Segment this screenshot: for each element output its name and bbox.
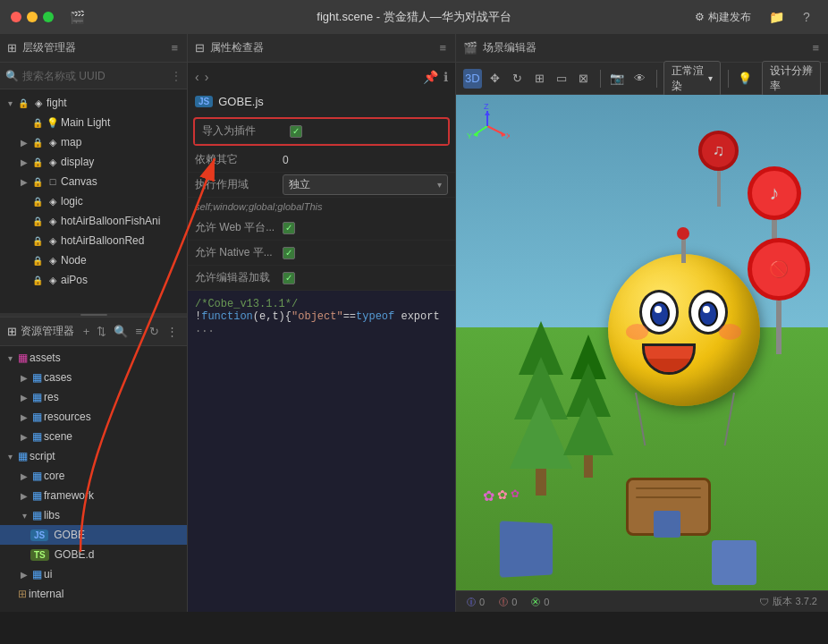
lock-icon: 🔒	[32, 197, 43, 207]
properties-menu-btn[interactable]: ≡	[437, 39, 448, 56]
render-mode-select[interactable]: 正常渲染 ▾	[663, 61, 721, 97]
lock-icon: 🔒	[32, 118, 43, 128]
pin-btn[interactable]: 📌	[423, 70, 438, 84]
asset-item-resources[interactable]: ▶ ▦ resources	[0, 407, 187, 427]
basket	[626, 478, 711, 536]
tree-item-node[interactable]: 🔒 ◈ Node	[0, 250, 187, 270]
lock-icon: 🔒	[18, 98, 29, 108]
asset-title: 资源管理器	[21, 324, 78, 339]
prop-row-native: 允许 Native 平... ✓	[188, 241, 455, 266]
light-icon: 💡	[46, 117, 59, 129]
scale-btn[interactable]: ⊞	[530, 69, 549, 89]
asset-item-gobed[interactable]: TS GOBE.d	[0, 545, 187, 564]
asset-item-internal[interactable]: ⊞ internal	[0, 584, 187, 604]
viewport-toolbar: 3D ✥ ↻ ⊞ ▭ ⊠ 📷 👁 正常渲染 ▾ 💡 设计分辨率	[456, 63, 828, 95]
translate-btn[interactable]: ✥	[486, 69, 504, 89]
rotate-btn[interactable]: ↻	[508, 69, 527, 89]
editor-checkbox[interactable]: ✓	[283, 272, 295, 284]
hierarchy-search-input[interactable]	[22, 70, 167, 82]
scope-select[interactable]: 独立 ▾	[283, 174, 448, 195]
asset-item-gobe[interactable]: JS GOBE	[0, 525, 187, 545]
asset-sort-btn[interactable]: ⇅	[95, 323, 108, 340]
add-asset-btn[interactable]: +	[81, 323, 92, 340]
close-button[interactable]	[11, 12, 21, 22]
folder-button[interactable]: 📁	[765, 6, 787, 28]
properties-panel: ⊟ 属性检查器 ≡ ‹ › 📌 ℹ JS GOBE.js 导入为插件 ✓ 依赖其…	[188, 34, 456, 612]
tree-item-hotairred[interactable]: 🔒 ◈ hotAirBalloonRed	[0, 231, 187, 250]
asset-list-btn[interactable]: ≡	[133, 323, 144, 340]
prop-filename: JS GOBE.js	[188, 91, 455, 115]
asset-item-framework[interactable]: ▶ ▦ framework	[0, 486, 187, 505]
hierarchy-panel: ⊞ 层级管理器 ≡ 🔍 ⋮ ▾ 🔒 ◈ fight	[0, 34, 187, 313]
asset-item-libs[interactable]: ▾ ▦ libs	[0, 505, 187, 525]
expand-arrow: ▶	[18, 157, 30, 167]
expand-arrow: ▶	[18, 177, 30, 187]
version-status: 🛡 版本 3.7.2	[759, 595, 817, 608]
code-line-3: ...	[195, 323, 448, 335]
tree-label: aiPos	[61, 274, 88, 286]
web-checkbox[interactable]: ✓	[283, 222, 295, 234]
tree-item-hotairfish[interactable]: 🔒 ◈ hotAirBalloonFishAni	[0, 211, 187, 231]
tree-item-aipos[interactable]: 🔒 ◈ aiPos	[0, 270, 187, 290]
asset-item-assets[interactable]: ▾ ▦ assets	[0, 348, 187, 368]
folder-icon: ▦	[32, 371, 42, 384]
tree-item-display[interactable]: ▶ 🔒 ◈ display	[0, 152, 187, 172]
viewport-icon: 🎬	[463, 41, 477, 55]
import-plugin-highlight: 导入为插件 ✓	[193, 117, 450, 146]
asset-item-core[interactable]: ▶ ▦ core	[0, 466, 187, 486]
cheek-left	[626, 324, 648, 340]
asset-item-ui[interactable]: ▶ ▦ ui	[0, 564, 187, 584]
asset-item-res[interactable]: ▶ ▦ res	[0, 387, 187, 407]
folder-icon: ▦	[32, 568, 42, 580]
tree-item-logic[interactable]: 🔒 ◈ logic	[0, 191, 187, 211]
tree-item-fight[interactable]: ▾ 🔒 ◈ fight	[0, 93, 187, 113]
properties-icon: ⊟	[195, 41, 205, 55]
cheek-right	[719, 324, 741, 340]
import-checkbox[interactable]: ✓	[290, 125, 302, 138]
code-line-1: /*Cobe_v13.1.1*/	[195, 298, 448, 310]
design-split-btn[interactable]: 设计分辨率	[762, 61, 821, 97]
mode-3d-btn[interactable]: 3D	[463, 69, 482, 89]
nav-back-btn[interactable]: ‹	[195, 70, 199, 84]
highlight-right	[703, 306, 710, 313]
build-publish-button[interactable]: ⚙ 构建发布	[689, 8, 756, 27]
toolbar-sep1	[600, 70, 601, 88]
toolbar-sep3	[728, 70, 729, 88]
warn-status: ! 0	[499, 597, 517, 607]
prop-row-web: 允许 Web 平台... ✓	[188, 216, 455, 241]
maximize-button[interactable]	[43, 12, 54, 22]
asset-item-script[interactable]: ▾ ▦ script	[0, 446, 187, 466]
tree-item-canvas[interactable]: ▶ 🔒 □ Canvas	[0, 172, 187, 191]
hierarchy-menu-btn[interactable]: ≡	[169, 39, 180, 56]
viewport-menu-btn[interactable]: ≡	[810, 39, 821, 56]
light-btn[interactable]: 💡	[736, 69, 755, 89]
js-badge: JS	[30, 530, 48, 541]
transform-btn[interactable]: ⊠	[574, 69, 593, 89]
native-checkbox[interactable]: ✓	[283, 247, 295, 259]
lock-icon: 🔒	[32, 157, 43, 167]
asset-menu-btn[interactable]: ⋮	[165, 323, 180, 340]
camera-btn[interactable]: 📷	[608, 69, 627, 89]
sort-icon[interactable]: ⋮	[171, 70, 182, 82]
help-button[interactable]: ?	[796, 6, 817, 28]
tree-item-map[interactable]: ▶ 🔒 ◈ map	[0, 132, 187, 152]
nav-forward-btn[interactable]: ›	[205, 70, 209, 84]
tree-item-mainlight[interactable]: 🔒 💡 Main Light	[0, 113, 187, 132]
rect-btn[interactable]: ▭	[552, 69, 570, 89]
asset-search-btn[interactable]: 🔍	[112, 323, 130, 340]
code-editor[interactable]: /*Cobe_v13.1.1*/ !function(e,t){"object"…	[188, 291, 455, 612]
minimize-button[interactable]	[27, 12, 38, 22]
prop-row-scope: 执行作用域 独立 ▾	[188, 173, 455, 198]
asset-refresh-btn[interactable]: ↻	[148, 323, 161, 340]
svg-text:X: X	[506, 131, 510, 140]
asset-item-scene[interactable]: ▶ ▦ scene	[0, 427, 187, 446]
svg-text:Y: Y	[467, 131, 472, 140]
tree-label: Node	[61, 254, 87, 267]
web-label: 允许 Web 平台...	[195, 220, 275, 235]
info-btn[interactable]: ℹ	[444, 70, 448, 84]
asset-item-cases[interactable]: ▶ ▦ cases	[0, 368, 187, 387]
error-status: ✕ 0	[531, 597, 549, 607]
flowers: ✿ ✿ ✿	[483, 487, 520, 504]
properties-header: ⊟ 属性检查器 ≡	[188, 34, 455, 63]
view-btn[interactable]: 👁	[630, 69, 649, 89]
